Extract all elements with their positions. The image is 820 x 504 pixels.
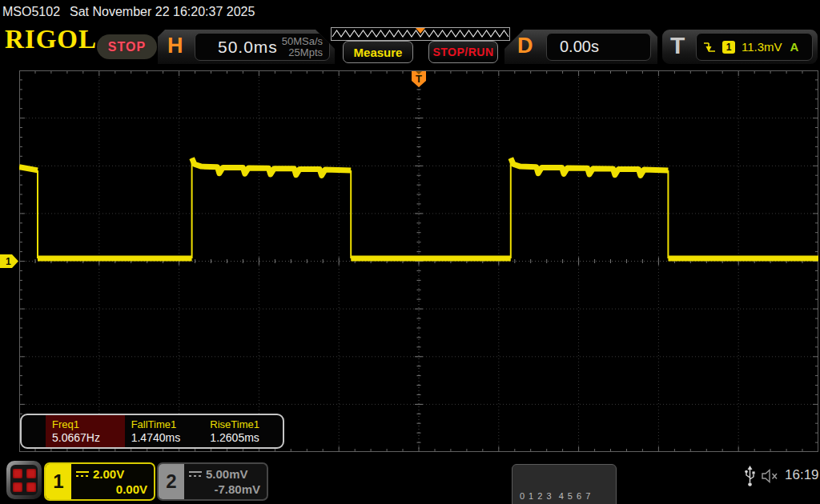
channel1-marker-arrow: 1 <box>0 254 19 268</box>
measure-button[interactable]: Measure <box>343 41 413 63</box>
measurement-panel[interactable]: Freq1 5.0667Hz FallTime1 1.4740ms RiseTi… <box>20 414 284 449</box>
trigger-level-value: 11.3mV <box>742 40 782 54</box>
timebase-pill: 50.0ms 50MSa/s 25Mpts <box>195 33 330 61</box>
top-status-bar: MSO5102Sat November 22 16:20:37 2025 <box>0 0 820 24</box>
graticule: T <box>19 70 818 452</box>
measurement-value: 1.4740ms <box>131 431 204 445</box>
waveform-preview-bar[interactable] <box>331 27 510 41</box>
channel2-scale: 5.00mV <box>206 466 248 482</box>
measurement-freq1[interactable]: Freq1 5.0667Hz <box>46 415 125 447</box>
usb-icon <box>743 466 757 488</box>
run-state-badge: STOP <box>97 34 157 59</box>
trigger-position-marker[interactable]: T <box>412 71 426 87</box>
measurement-label: FallTime1 <box>131 418 204 431</box>
stop-run-button[interactable]: STOP/RUN <box>428 41 498 63</box>
dc-coupling-icon <box>76 471 89 477</box>
measurement-label: Freq1 <box>52 418 125 431</box>
delay-value: 0.00s <box>560 38 599 56</box>
delay-block[interactable]: D 0.00s <box>504 30 657 64</box>
channel1-position-marker[interactable]: 1 <box>0 254 19 268</box>
trigger-source-badge: 1 <box>722 41 735 54</box>
logic-label: L <box>493 501 506 504</box>
dc-coupling-icon <box>189 471 202 477</box>
trigger-sweep-mode: A <box>790 40 799 54</box>
horizontal-timebase-block[interactable]: H 50.0ms 50MSa/s 25Mpts <box>158 30 335 64</box>
channel1-offset: 0.00V <box>76 482 147 497</box>
channel2-block[interactable]: 2 5.00mV -7.80mV <box>157 462 268 501</box>
logic-channels-block[interactable]: L 0 1 2 3 4 5 6 7 8 9 1011 12131415 <box>493 464 617 504</box>
menu-button[interactable] <box>6 461 42 499</box>
graticule-area: T <box>19 70 818 452</box>
channel1-tab: 1 <box>46 464 71 499</box>
measurement-value: 1.2605ms <box>210 431 283 445</box>
channel1-scale: 2.00V <box>93 466 124 482</box>
clock-time: 16:19 <box>785 467 819 483</box>
menu-grid-icon <box>10 465 38 495</box>
channel2-tab: 2 <box>159 464 184 499</box>
speaker-muted-icon <box>761 469 779 483</box>
svg-text:T: T <box>416 73 422 85</box>
rigol-logo: RIGOL <box>5 25 97 54</box>
delay-label: D <box>517 34 533 58</box>
measurement-risetime1[interactable]: RiseTime1 1.2605ms <box>203 415 283 447</box>
channel1-block[interactable]: 1 2.00V 0.00V <box>44 462 155 501</box>
model-label: MSO5102 <box>2 5 60 18</box>
ch1-waveform-edges <box>38 158 668 258</box>
delay-pill: 0.00s <box>546 33 651 61</box>
horizontal-label: H <box>167 34 183 58</box>
measurement-falltime1[interactable]: FallTime1 1.4740ms <box>125 415 204 447</box>
preview-zigzag <box>332 28 509 40</box>
channel2-offset: -7.80mV <box>189 482 260 497</box>
logic-channel-numbers: 0 1 2 3 4 5 6 7 8 9 1011 12131415 <box>512 464 617 504</box>
measurement-label: RiseTime1 <box>210 418 283 431</box>
timebase-value: 50.0ms <box>218 38 278 57</box>
memory-depth-value: 25Mpts <box>282 47 323 58</box>
bottom-status-bar: 1 2.00V 0.00V 2 5.00mV -7.80mV L <box>0 456 820 504</box>
falling-edge-icon <box>703 42 716 53</box>
svg-text:1: 1 <box>6 256 11 267</box>
datetime-label: Sat November 22 16:20:37 2025 <box>70 5 255 18</box>
trigger-block[interactable]: T 1 11.3mV A <box>662 30 818 64</box>
oscilloscope-screen: MSO5102Sat November 22 16:20:37 2025 RIG… <box>0 0 820 504</box>
measurement-value: 5.0667Hz <box>52 431 125 445</box>
trigger-label: T <box>670 32 685 59</box>
sample-rate-value: 50MSa/s <box>282 36 323 47</box>
header-toolbar: RIGOL STOP H 50.0ms 50MSa/s 25Mpts Measu… <box>0 24 820 70</box>
trigger-pill: 1 11.3mV A <box>696 33 813 61</box>
